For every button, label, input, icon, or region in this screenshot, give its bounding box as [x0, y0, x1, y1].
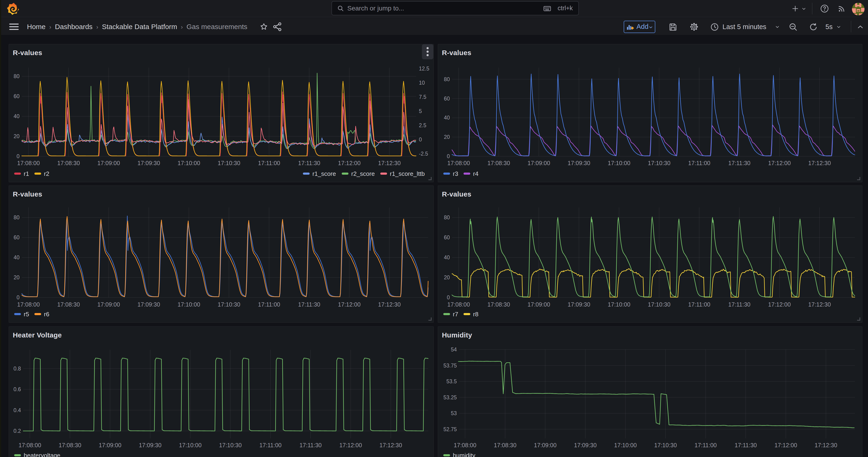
svg-text:r7: r7	[453, 311, 458, 318]
svg-text:r3: r3	[453, 170, 458, 177]
svg-text:r6: r6	[44, 311, 49, 318]
svg-text:17:11:00: 17:11:00	[258, 160, 280, 166]
svg-text:17:12:00: 17:12:00	[775, 442, 797, 448]
svg-text:53.25: 53.25	[443, 394, 457, 400]
svg-text:17:11:00: 17:11:00	[688, 301, 710, 308]
svg-text:17:08:30: 17:08:30	[494, 442, 516, 448]
svg-text:17:11:00: 17:11:00	[694, 442, 717, 448]
svg-text:17:10:00: 17:10:00	[608, 301, 630, 308]
svg-text:17:09:30: 17:09:30	[574, 442, 596, 448]
svg-text:17:10:00: 17:10:00	[614, 442, 637, 448]
svg-text:17:09:30: 17:09:30	[137, 301, 160, 308]
svg-text:17:08:00: 17:08:00	[17, 160, 40, 166]
svg-text:17:10:00: 17:10:00	[178, 301, 200, 308]
svg-text:17:12:30: 17:12:30	[808, 160, 831, 166]
svg-text:17:11:30: 17:11:30	[298, 160, 320, 166]
svg-text:80: 80	[13, 214, 20, 220]
svg-text:17:09:30: 17:09:30	[137, 160, 160, 166]
svg-text:80: 80	[13, 73, 20, 79]
svg-text:r2: r2	[44, 170, 49, 177]
svg-text:17:08:30: 17:08:30	[57, 160, 80, 166]
svg-text:heatervoltage: heatervoltage	[24, 452, 60, 457]
svg-text:17:08:00: 17:08:00	[447, 160, 470, 166]
svg-text:17:11:30: 17:11:30	[298, 301, 320, 308]
svg-text:53: 53	[451, 410, 457, 416]
svg-text:17:11:00: 17:11:00	[258, 301, 280, 308]
svg-text:17:08:30: 17:08:30	[59, 442, 81, 448]
svg-text:17:10:00: 17:10:00	[179, 442, 202, 448]
svg-text:17:08:30: 17:08:30	[488, 160, 510, 166]
svg-text:7.5: 7.5	[419, 94, 426, 100]
svg-text:17:12:00: 17:12:00	[768, 301, 790, 308]
svg-text:17:10:30: 17:10:30	[218, 160, 240, 166]
svg-text:17:10:30: 17:10:30	[648, 160, 671, 166]
svg-text:17:09:00: 17:09:00	[534, 442, 557, 448]
svg-text:17:09:00: 17:09:00	[97, 301, 120, 308]
svg-text:17:10:00: 17:10:00	[608, 160, 630, 166]
svg-text:60: 60	[13, 235, 20, 241]
svg-text:17:09:30: 17:09:30	[139, 442, 161, 448]
svg-text:r1_score: r1_score	[312, 170, 336, 177]
svg-text:60: 60	[444, 235, 450, 241]
svg-text:54: 54	[451, 346, 457, 353]
svg-text:r1: r1	[24, 170, 29, 177]
svg-text:0.8: 0.8	[13, 366, 21, 372]
svg-text:20: 20	[444, 134, 450, 140]
svg-text:r5: r5	[24, 311, 29, 318]
svg-text:17:12:30: 17:12:30	[814, 442, 837, 448]
svg-text:0: 0	[447, 153, 450, 159]
svg-text:17:10:30: 17:10:30	[654, 442, 677, 448]
svg-text:0: 0	[17, 295, 20, 301]
svg-text:17:12:00: 17:12:00	[338, 160, 361, 166]
svg-text:17:11:00: 17:11:00	[688, 160, 710, 166]
svg-text:17:11:00: 17:11:00	[259, 442, 281, 448]
svg-text:17:12:00: 17:12:00	[768, 160, 790, 166]
svg-text:17:08:00: 17:08:00	[19, 442, 41, 448]
svg-text:40: 40	[13, 254, 20, 261]
svg-text:12.5: 12.5	[419, 66, 429, 72]
svg-text:17:10:00: 17:10:00	[178, 160, 200, 166]
svg-text:17:08:30: 17:08:30	[57, 301, 80, 308]
svg-text:40: 40	[13, 113, 20, 119]
svg-text:17:11:30: 17:11:30	[728, 301, 750, 308]
svg-text:r1_score_lttb: r1_score_lttb	[390, 170, 425, 177]
svg-text:-2.5: -2.5	[419, 151, 428, 157]
svg-text:17:09:00: 17:09:00	[99, 442, 121, 448]
svg-text:17:11:30: 17:11:30	[735, 442, 757, 448]
svg-text:17:12:00: 17:12:00	[338, 301, 361, 308]
svg-text:17:12:30: 17:12:30	[808, 301, 831, 308]
svg-text:5: 5	[419, 108, 422, 114]
svg-text:17:08:30: 17:08:30	[488, 301, 510, 308]
svg-text:17:10:30: 17:10:30	[219, 442, 242, 448]
svg-text:40: 40	[444, 254, 450, 261]
svg-text:17:12:30: 17:12:30	[379, 442, 402, 448]
svg-text:17:12:30: 17:12:30	[378, 301, 401, 308]
svg-text:17:11:30: 17:11:30	[728, 160, 750, 166]
svg-text:17:08:00: 17:08:00	[447, 301, 470, 308]
svg-text:60: 60	[13, 93, 20, 99]
svg-text:0: 0	[17, 153, 20, 159]
svg-text:17:09:00: 17:09:00	[527, 301, 550, 308]
svg-text:17:12:00: 17:12:00	[339, 442, 362, 448]
svg-text:r8: r8	[473, 311, 478, 318]
svg-text:20: 20	[444, 274, 450, 280]
svg-text:17:12:30: 17:12:30	[378, 160, 401, 166]
svg-text:0: 0	[419, 136, 422, 143]
svg-text:20: 20	[13, 133, 20, 139]
svg-text:80: 80	[444, 214, 450, 220]
svg-text:17:08:00: 17:08:00	[17, 301, 40, 308]
svg-text:2.5: 2.5	[419, 122, 426, 128]
svg-text:40: 40	[444, 115, 450, 121]
svg-text:0: 0	[447, 295, 450, 301]
svg-text:20: 20	[13, 274, 20, 280]
svg-text:r2_score: r2_score	[351, 170, 375, 177]
svg-text:10: 10	[419, 80, 425, 86]
svg-text:17:10:30: 17:10:30	[648, 301, 671, 308]
svg-text:17:09:00: 17:09:00	[527, 160, 550, 166]
svg-text:17:10:30: 17:10:30	[218, 301, 240, 308]
svg-text:humidity: humidity	[453, 452, 475, 457]
svg-text:60: 60	[444, 96, 450, 102]
svg-text:0.4: 0.4	[13, 407, 21, 413]
svg-text:17:09:30: 17:09:30	[568, 160, 590, 166]
svg-text:17:08:00: 17:08:00	[454, 442, 476, 448]
